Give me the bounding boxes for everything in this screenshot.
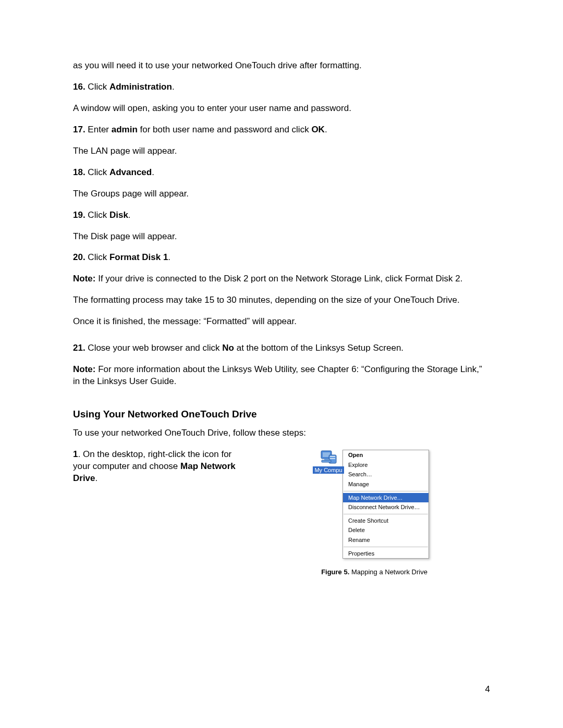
ui-term: Advanced [109,167,152,177]
note: Note: For more information about the Lin… [73,364,490,388]
text: . [152,167,154,177]
note-label: Note: [73,274,95,283]
text: . [325,125,327,134]
body-text: Once it is finished, the message: “Forma… [73,316,490,328]
context-menu: Open Explore Search… Manage Map Network … [342,450,429,559]
menu-item-delete[interactable]: Delete [343,525,429,535]
body-text: as you will need it to use your networke… [73,60,490,72]
step-17: 17. Enter admin for both user name and p… [73,124,490,136]
step-number: 16. [73,82,85,92]
ui-term: admin [112,125,138,134]
step-20: 20. Click Format Disk 1. [73,252,490,264]
figure-5: My Compu Open Explore Search… Manage Map… [259,449,490,576]
menu-item-open[interactable]: Open [343,450,429,460]
menu-separator [344,547,428,547]
menu-item-disconnect-network-drive[interactable]: Disconnect Network Drive… [343,502,429,512]
menu-item-explore[interactable]: Explore [343,460,429,470]
text: Close your web browser and click [85,343,223,353]
step-1: 1. On the desktop, right-click the icon … [73,449,250,485]
ui-term: Administration [109,82,172,92]
note-text: For more information about the Linksys W… [73,364,482,386]
ui-term: OK [311,125,325,134]
step-number: 18. [73,167,85,177]
menu-item-search[interactable]: Search… [343,470,429,479]
step-number: 19. [73,210,85,220]
step-21: 21. Close your web browser and click No … [73,342,490,354]
body-text: The Groups page will appear. [73,188,490,200]
note: Note: If your drive is connected to the … [73,273,490,285]
body-text: To use your networked OneTouch Drive, fo… [73,427,490,439]
step-18: 18. Click Advanced. [73,167,490,179]
menu-item-rename[interactable]: Rename [343,535,429,545]
body-text: The formatting process may take 15 to 30… [73,294,490,306]
step-number: 20. [73,252,85,262]
ui-term: Format Disk 1 [109,252,168,262]
step-number: 21. [73,343,85,353]
text: . [168,252,170,262]
text: . [172,82,175,92]
menu-item-create-shortcut[interactable]: Create Shortcut [343,516,429,526]
note-text: If your drive is connected to the Disk 2… [95,274,462,283]
section-heading: Using Your Networked OneTouch Drive [73,409,490,420]
svg-rect-6 [322,460,331,462]
text: Click [85,167,109,177]
menu-separator [344,514,428,514]
computer-icon [320,449,337,465]
text: . [128,210,131,220]
menu-item-map-network-drive[interactable]: Map Network Drive… [343,493,429,503]
text: Click [85,210,109,220]
text: at the bottom of the Linksys Setup Scree… [234,343,403,353]
body-text: The LAN page will appear. [73,145,490,157]
ui-term: No [222,343,234,353]
menu-item-properties[interactable]: Properties [343,549,429,559]
figure-label: Figure 5. [321,568,349,576]
text: for both user name and password and clic… [138,125,312,134]
body-text: The Disk page will appear. [73,231,490,243]
svg-rect-3 [330,456,335,457]
text: Click [85,252,109,262]
menu-separator [344,491,428,491]
text: . [95,473,98,483]
step-number: 17. [73,125,85,134]
menu-item-manage[interactable]: Manage [343,479,429,489]
text: Click [85,82,109,92]
page-number: 4 [485,684,490,695]
svg-rect-4 [330,458,335,459]
my-computer-icon: My Compu [314,449,342,474]
step-16: 16. Click Administration. [73,81,490,93]
figure-text: Mapping a Network Drive [349,568,427,576]
text: Enter [85,125,112,134]
note-label: Note: [73,364,95,374]
figure-caption: Figure 5. Mapping a Network Drive [321,568,427,576]
ui-term: Disk [109,210,128,220]
body-text: A window will open, asking you to enter … [73,103,490,115]
step-19: 19. Click Disk. [73,209,490,221]
icon-label: My Compu [313,466,344,474]
